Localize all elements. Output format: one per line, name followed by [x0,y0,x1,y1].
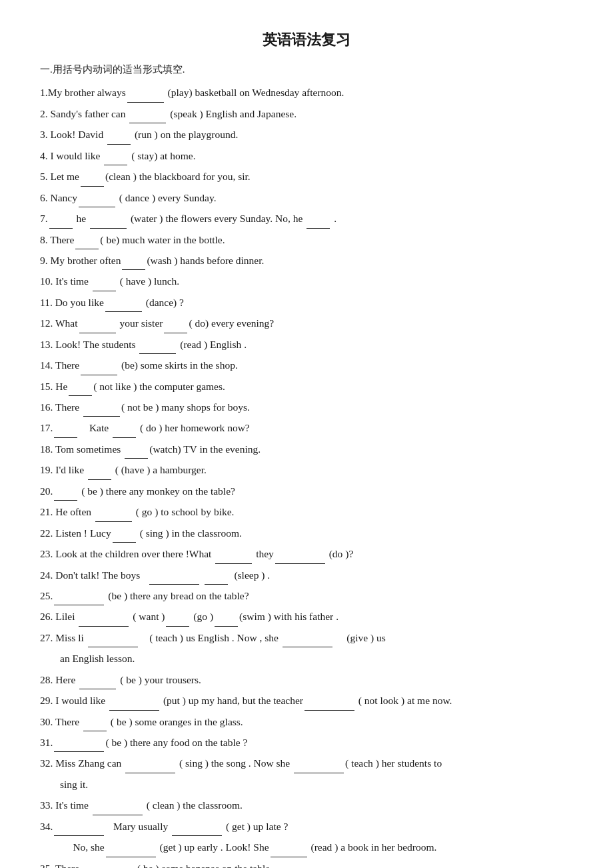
item-4: 4. I would like ( stay) at home. [40,146,573,165]
item-32: 32. Miss Zhang can ( sing ) the song . N… [40,753,573,773]
blank-26a [79,626,129,627]
item-26: 26. Lilei ( want ) (go )(swim ) with his… [40,607,573,626]
item-33: 33. It's time ( clean ) the classroom. [40,795,573,815]
item-6: 6. Nancy ( dance ) every Sunday. [40,188,573,207]
blank-28 [79,689,116,689]
blank-7c [306,228,330,229]
blank-7b [90,228,127,229]
blank-13 [139,353,176,354]
blank-32a [125,773,175,773]
blank-9 [122,269,145,270]
item-25: 25. (be ) there any bread on the table? [40,586,573,605]
section-title: 一.用括号内动词的适当形式填空. [40,61,573,79]
blank-4 [104,165,127,165]
item-9: 9. My brother often(wash ) hands before … [40,251,573,270]
item-13: 13. Look! The students (read ) English . [40,335,573,354]
page-title: 英语语法复习 [40,27,573,54]
item-19: 19. I'd like ( (have ) a hamburger. [40,460,573,479]
blank-34c [106,857,156,857]
item-20: 20. ( be ) there any monkey on the table… [40,481,573,501]
item-14: 14. There (be) some skirts in the shop. [40,355,573,375]
blank-14 [81,375,117,375]
item-21: 21. He often ( go ) to school by bike. [40,502,573,521]
blank-34b [172,835,222,836]
blank-20 [54,500,77,501]
blank-33 [93,815,143,815]
blank-24b [205,584,228,585]
item-22: 22. Listen ! Lucy ( sing ) in the classr… [40,523,573,543]
item-2: 2. Sandy's father can (speak ) English a… [40,104,573,123]
item-8: 8. There( be) much water in the bottle. [40,230,573,249]
blank-26b [166,626,189,627]
item-31: 31.( be ) there any food on the table ? [40,733,573,752]
blank-27b [283,647,332,647]
item-28: 28. Here ( be ) your trousers. [40,670,573,689]
item-30: 30. There ( be ) some oranges in the gla… [40,712,573,731]
item-35: 35. There ( be ) some bananas on the tab… [40,859,573,868]
item-27: 27. Miss li ( teach ) us English . Now ,… [40,628,573,647]
blank-16 [83,416,120,417]
blank-2 [129,123,166,123]
blank-31 [54,751,104,752]
blank-22 [113,542,136,543]
item-7: 7. he (water ) the flowers every Sunday.… [40,209,573,228]
item-12: 12. What your sister( do) every evening? [40,313,573,333]
item-34: 34. Mary usually ( get ) up late ? [40,817,573,836]
item-29: 29. I would like (put ) up my hand, but … [40,691,573,710]
item-11: 11. Do you like (dance) ? [40,293,573,312]
blank-8 [75,249,99,249]
blank-11 [105,311,142,312]
item-15: 15. He( not like ) the computer games. [40,377,573,396]
blank-29a [109,710,159,711]
blank-7a [49,228,73,229]
blank-6 [79,207,115,207]
blank-17a [54,437,77,438]
blank-10 [93,291,116,291]
item-5: 5. Let me(clean ) the blackboard for you… [40,167,573,186]
item-34-cont: No, she (get ) up early . Look! She (rea… [60,837,573,857]
blank-18 [125,458,148,459]
blank-26c [215,626,238,627]
blank-21 [95,521,132,522]
blank-27a [88,647,138,647]
blank-23b [275,563,325,564]
item-16: 16. There ( not be ) many shops for boys… [40,397,573,417]
item-23: 23. Look at the children over there !Wha… [40,544,573,563]
blank-12b [164,333,187,333]
blank-29b [305,710,354,711]
item-1: 1.My brother always (play) basketball on… [40,83,573,102]
blank-17b [113,437,136,438]
item-10: 10. It's time ( have ) lunch. [40,271,573,291]
blank-32b [294,773,344,773]
item-18: 18. Tom sometimes (watch) TV in the even… [40,439,573,459]
item-32-cont: sing it. [60,775,573,794]
blank-15 [69,395,92,396]
item-24: 24. Don't talk! The boys (sleep ) . [40,565,573,585]
blank-23a [215,563,252,564]
blank-30 [83,731,107,731]
item-3: 3. Look! David (run ) on the playground. [40,125,573,144]
blank-12a [79,333,116,333]
item-27-cont: an English lesson. [60,649,573,668]
blank-5 [81,186,104,187]
blank-3 [107,144,131,145]
blank-34a [54,835,104,836]
blank-25 [54,605,104,605]
blank-24a [149,584,199,585]
blank-1 [127,102,164,103]
blank-19 [88,479,111,480]
item-17: 17. Kate ( do ) her homework now? [40,418,573,437]
blank-34d [271,857,307,857]
